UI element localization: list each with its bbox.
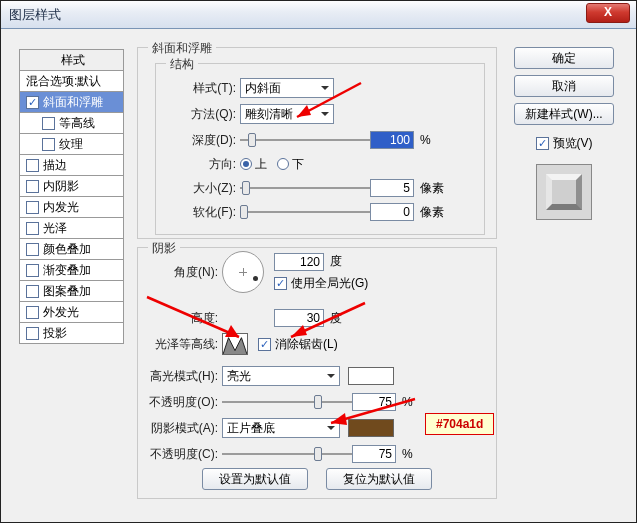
highlight-color-swatch[interactable] [348,367,394,385]
shading-fieldset: 阴影 角度(N): 120度 使用全局光(G) 高度: 30 度 光泽等高线: [137,247,497,499]
preview-label: 预览(V) [553,135,593,152]
bevel-title: 斜面和浮雕 [148,40,216,57]
shadow-mode-label: 阴影模式(A): [144,420,222,437]
depth-input[interactable]: 100 [370,131,414,149]
depth-label: 深度(D): [162,132,240,149]
size-input[interactable]: 5 [370,179,414,197]
window-title: 图层样式 [9,6,61,24]
antialias-label: 消除锯齿(L) [275,336,338,353]
row-gradient-overlay[interactable]: 渐变叠加 [20,260,123,281]
shadow-opacity-slider[interactable] [222,445,352,463]
highlight-opacity-input[interactable]: 75 [352,393,396,411]
make-default-button[interactable]: 设置为默认值 [202,468,308,490]
right-button-column: 确定 取消 新建样式(W)... 预览(V) [514,47,614,220]
highlight-opacity-label: 不透明度(O): [144,394,222,411]
checkbox-icon[interactable] [26,264,39,277]
reset-default-button[interactable]: 复位为默认值 [326,468,432,490]
row-stroke[interactable]: 描边 [20,155,123,176]
structure-fieldset: 结构 样式(T): 内斜面 方法(Q): 雕刻清晰 深度(D): 100 % 方… [155,63,485,235]
row-texture[interactable]: 纹理 [20,134,123,155]
preview-checkbox[interactable] [536,137,549,150]
row-contour[interactable]: 等高线 [20,113,123,134]
checkbox-icon[interactable] [26,285,39,298]
checkbox-icon[interactable] [26,327,39,340]
soften-slider[interactable] [240,203,370,221]
annotation-hex-label: #704a1d [425,413,494,435]
antialias-checkbox[interactable] [258,338,271,351]
new-style-button[interactable]: 新建样式(W)... [514,103,614,125]
ok-button[interactable]: 确定 [514,47,614,69]
row-blend-options[interactable]: 混合选项:默认 [20,71,123,92]
style-label: 样式(T): [162,80,240,97]
shadow-mode-select[interactable]: 正片叠底 [222,418,340,438]
angle-label: 角度(N): [144,264,222,281]
angle-marker-icon [253,276,258,281]
styles-list: 样式 混合选项:默认 斜面和浮雕 等高线 纹理 描边 内阴影 内发光 光泽 颜色… [19,49,124,344]
highlight-mode-select[interactable]: 亮光 [222,366,340,386]
checkbox-icon[interactable] [26,222,39,235]
row-bevel-emboss[interactable]: 斜面和浮雕 [20,92,123,113]
angle-input[interactable]: 120 [274,253,324,271]
cancel-button[interactable]: 取消 [514,75,614,97]
row-color-overlay[interactable]: 颜色叠加 [20,239,123,260]
preview-thumbnail [536,164,592,220]
checkbox-icon[interactable] [26,306,39,319]
angle-wheel[interactable] [222,251,264,293]
altitude-label: 高度: [144,310,222,327]
size-unit: 像素 [420,180,444,197]
altitude-input[interactable]: 30 [274,309,324,327]
direction-up-radio[interactable]: 上 [240,156,267,173]
gloss-contour-picker[interactable] [222,333,248,355]
shading-title: 阴影 [148,240,180,257]
global-light-label: 使用全局光(G) [291,275,368,292]
soften-input[interactable]: 0 [370,203,414,221]
checkbox-icon[interactable] [42,138,55,151]
close-button[interactable]: X [586,3,630,23]
gloss-contour-label: 光泽等高线: [144,336,222,353]
soften-unit: 像素 [420,204,444,221]
depth-unit: % [420,133,431,147]
size-label: 大小(Z): [162,180,240,197]
layer-style-dialog: 图层样式 X 样式 混合选项:默认 斜面和浮雕 等高线 纹理 描边 内阴影 内发… [0,0,637,523]
checkbox-icon[interactable] [26,180,39,193]
checkbox-icon[interactable] [26,96,39,109]
bevel-thumb-icon [546,174,582,210]
soften-label: 软化(F): [162,204,240,221]
checkbox-icon[interactable] [26,159,39,172]
shadow-opacity-label: 不透明度(C): [144,446,222,463]
technique-label: 方法(Q): [162,106,240,123]
direction-label: 方向: [162,156,240,173]
row-inner-shadow[interactable]: 内阴影 [20,176,123,197]
global-light-checkbox[interactable] [274,277,287,290]
row-outer-glow[interactable]: 外发光 [20,302,123,323]
size-slider[interactable] [240,179,370,197]
style-select[interactable]: 内斜面 [240,78,334,98]
svg-marker-0 [223,338,247,355]
checkbox-icon[interactable] [42,117,55,130]
checkbox-icon[interactable] [26,243,39,256]
structure-title: 结构 [166,56,198,73]
highlight-mode-label: 高光模式(H): [144,368,222,385]
row-satin[interactable]: 光泽 [20,218,123,239]
depth-slider[interactable] [240,131,370,149]
shadow-color-swatch[interactable] [348,419,394,437]
row-drop-shadow[interactable]: 投影 [20,323,123,344]
highlight-opacity-slider[interactable] [222,393,352,411]
preview-toggle-row: 预览(V) [514,135,614,152]
technique-select[interactable]: 雕刻清晰 [240,104,334,124]
row-inner-glow[interactable]: 内发光 [20,197,123,218]
styles-header: 样式 [20,50,123,71]
checkbox-icon[interactable] [26,201,39,214]
direction-down-radio[interactable]: 下 [277,156,304,173]
titlebar[interactable]: 图层样式 X [1,1,636,29]
shadow-opacity-input[interactable]: 75 [352,445,396,463]
row-pattern-overlay[interactable]: 图案叠加 [20,281,123,302]
